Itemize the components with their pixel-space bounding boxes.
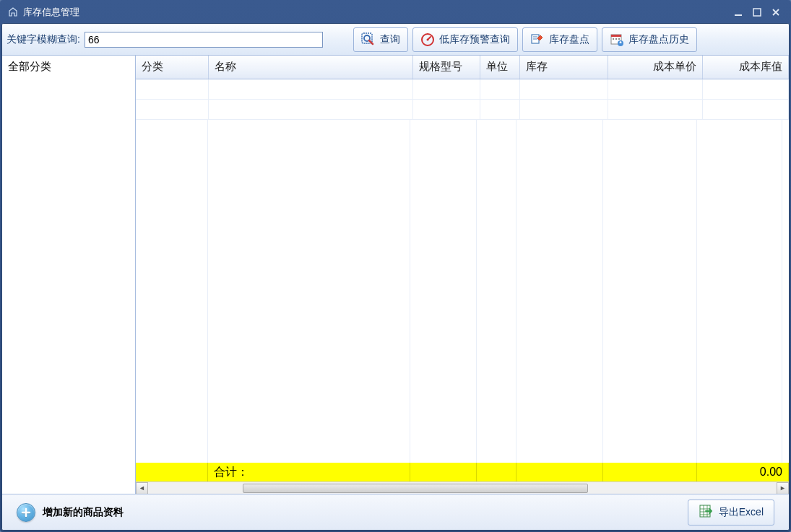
summary-total: 0.00 [697, 463, 789, 481]
scroll-track[interactable] [148, 482, 777, 494]
summary-category [136, 463, 208, 481]
svg-rect-1 [753, 9, 761, 16]
summary-cost-price [603, 463, 697, 481]
minimize-button[interactable] [730, 6, 746, 19]
svg-rect-12 [611, 35, 621, 37]
gauge-icon [420, 32, 435, 47]
svg-point-17 [620, 41, 622, 43]
low-stock-button[interactable]: 低库存预警查询 [412, 27, 518, 52]
query-button[interactable]: 查询 [353, 27, 408, 52]
summary-unit [477, 463, 516, 481]
table-row [136, 99, 789, 119]
plus-icon [17, 503, 35, 522]
table-area: 分类 名称 规格型号 单位 库存 成本单价 成本库值 [136, 56, 789, 494]
col-cost-value[interactable]: 成本库值 [702, 56, 788, 79]
col-cost-price[interactable]: 成本单价 [608, 56, 702, 79]
stock-history-button[interactable]: 库存盘点历史 [602, 27, 697, 52]
add-product-label: 增加新的商品资料 [43, 506, 124, 519]
table-row [136, 79, 789, 99]
scroll-right-arrow[interactable]: ► [777, 482, 789, 494]
summary-spec [410, 463, 477, 481]
toolbar: 关键字模糊查询: 查询 [2, 24, 789, 56]
svg-rect-15 [618, 38, 620, 40]
summary-stock [516, 463, 603, 481]
calendar-icon [610, 32, 624, 47]
col-unit[interactable]: 单位 [480, 56, 520, 79]
add-product-button[interactable]: 增加新的商品资料 [17, 503, 124, 522]
bottom-bar: 增加新的商品资料 导出Excel [2, 494, 789, 530]
app-icon [7, 6, 19, 18]
titlebar: 库存信息管理 [1, 1, 790, 23]
maximize-button[interactable] [749, 6, 765, 19]
search-label: 关键字模糊查询: [7, 33, 80, 46]
summary-row: 合计： 0.00 [136, 463, 789, 481]
excel-icon [699, 504, 713, 520]
table-empty-area [136, 120, 789, 463]
search-input[interactable] [85, 32, 323, 48]
inventory-icon [530, 32, 545, 47]
table-wrapper: 分类 名称 规格型号 单位 库存 成本单价 成本库值 [136, 56, 789, 494]
stock-count-button[interactable]: 库存盘点 [522, 27, 597, 52]
low-stock-button-label: 低库存预警查询 [439, 33, 510, 46]
scroll-left-arrow[interactable]: ◄ [136, 482, 148, 494]
search-icon [361, 32, 376, 47]
inventory-table: 分类 名称 规格型号 单位 库存 成本单价 成本库值 [136, 56, 789, 120]
window-controls [730, 6, 784, 19]
summary-label: 合计： [208, 463, 410, 481]
export-excel-label: 导出Excel [719, 506, 764, 519]
col-name[interactable]: 名称 [209, 56, 413, 79]
table-header-row: 分类 名称 规格型号 单位 库存 成本单价 成本库值 [136, 56, 789, 79]
category-sidebar[interactable]: 全部分类 [2, 56, 136, 494]
window-title: 库存信息管理 [23, 6, 730, 19]
svg-rect-14 [615, 38, 617, 40]
stock-count-button-label: 库存盘点 [549, 33, 589, 46]
col-category[interactable]: 分类 [136, 56, 209, 79]
main-window: 库存信息管理 关键字模糊查询: [0, 0, 791, 532]
close-button[interactable] [768, 6, 784, 19]
svg-point-7 [426, 38, 428, 40]
svg-rect-13 [613, 38, 614, 40]
col-stock[interactable]: 库存 [520, 56, 608, 79]
svg-rect-0 [735, 14, 742, 16]
query-button-label: 查询 [380, 33, 400, 46]
scroll-thumb[interactable] [243, 484, 589, 493]
main-area: 全部分类 [2, 56, 789, 494]
window-body: 关键字模糊查询: 查询 [1, 23, 790, 531]
export-excel-button[interactable]: 导出Excel [688, 500, 774, 526]
stock-history-button-label: 库存盘点历史 [628, 33, 689, 46]
col-spec[interactable]: 规格型号 [413, 56, 480, 79]
horizontal-scrollbar[interactable]: ◄ ► [136, 481, 789, 494]
all-categories-item[interactable]: 全部分类 [8, 60, 129, 74]
